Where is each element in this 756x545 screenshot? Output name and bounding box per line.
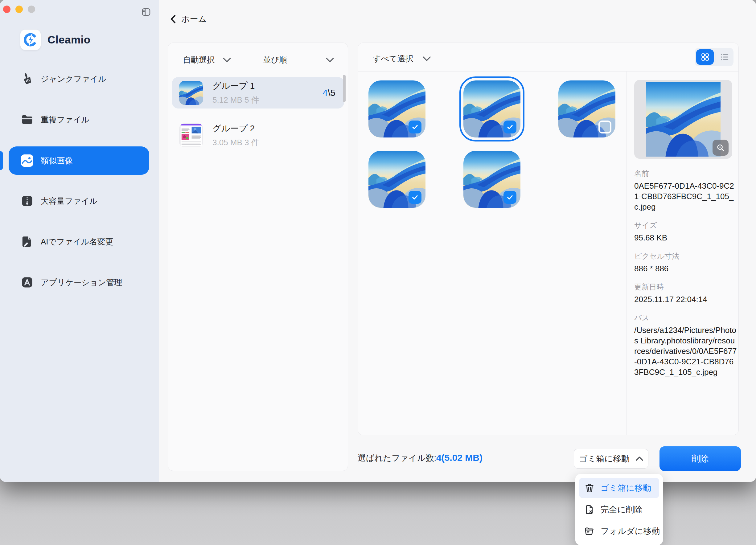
file-details: 名前 0AE5F677-0D1A-43C0-9C21-CB8D763FBC9C_…: [634, 169, 737, 386]
select-all-label: すべて選択: [373, 53, 413, 64]
auto-select-dropdown[interactable]: 自動選択: [183, 55, 231, 65]
image-thumbnail-5[interactable]: [463, 151, 520, 208]
detail-panel-divider: [626, 71, 627, 435]
delete-options-menu: ゴミ箱に移動 完全に削除 フォルダに移動: [575, 474, 663, 545]
checkbox-checked-icon[interactable]: [503, 121, 516, 133]
sidebar-item-large-files[interactable]: 大容量ファイル: [9, 187, 149, 215]
detail-field-name: 名前 0AE5F677-0D1A-43C0-9C21-CB8D763FBC9C_…: [634, 169, 737, 212]
sidebar-item-label: AIでファイル名変更: [41, 236, 113, 247]
active-item-accent-bar: [0, 151, 3, 170]
chevron-left-icon: [170, 15, 176, 23]
app-window: Cleamio ジャンクファイル 重複ファイル: [0, 0, 756, 482]
detail-field-path: パス /Users/a1234/Pictures/Photos Library.…: [634, 313, 737, 377]
app-logo: Cleamio: [20, 30, 91, 50]
zoom-window-icon[interactable]: [28, 6, 35, 13]
zoom-preview-button[interactable]: [713, 140, 729, 156]
image-thumbnail-4[interactable]: [368, 151, 425, 208]
detail-field-modified: 更新日時 2025.11.17 22:04:14: [634, 282, 737, 305]
group-name: グループ 2: [212, 123, 259, 134]
panel-header-divider: [358, 71, 738, 72]
chevron-down-icon: [223, 58, 231, 62]
sidebar-item-label: 大容量ファイル: [41, 196, 97, 207]
image-thumbnail-1[interactable]: [368, 80, 425, 137]
app-logo-icon: [20, 30, 41, 50]
sort-order-label: 並び順: [263, 55, 287, 65]
large-files-icon: [20, 194, 34, 208]
groups-panel: 自動選択 並び順 グループ 1 5.12 MB 5 件 4\5 グループ 2 3…: [168, 43, 348, 471]
close-window-icon[interactable]: [3, 6, 10, 13]
similar-images-icon: [20, 154, 34, 167]
window-controls: [3, 6, 35, 13]
list-view-icon: [719, 52, 730, 62]
delete-file-icon: [584, 504, 595, 515]
menu-item-label: 完全に削除: [601, 504, 643, 515]
broom-icon: [20, 72, 34, 86]
sidebar-item-label: 重複ファイル: [41, 114, 89, 125]
checkbox-checked-icon[interactable]: [503, 191, 516, 204]
move-to-trash-label: ゴミ箱に移動: [579, 453, 630, 464]
image-preview: [634, 80, 732, 159]
sidebar-item-label: ジャンクファイル: [41, 74, 106, 84]
delete-label: 削除: [692, 453, 709, 465]
sidebar-item-label: 類似画像: [41, 155, 73, 166]
selected-count-label: 選ばれたファイル数:: [358, 453, 436, 463]
menu-item-move-to-folder[interactable]: フォルダに移動: [579, 521, 659, 541]
group-name: グループ 1: [212, 80, 259, 92]
selected-files-summary: 選ばれたファイル数:4(5.02 MB): [358, 453, 483, 464]
sidebar-item-junk-files[interactable]: ジャンクファイル: [9, 65, 149, 93]
preview-image: [646, 82, 721, 157]
image-thumbnail-3[interactable]: [558, 80, 615, 137]
grid-view-icon: [700, 52, 710, 62]
app-management-icon: [20, 276, 34, 289]
sidebar-toggle-icon[interactable]: [141, 7, 151, 17]
grid-view-button[interactable]: [696, 49, 714, 65]
duplicate-folder-icon: [20, 113, 34, 126]
sidebar-item-app-management[interactable]: アプリケーション管理: [9, 268, 149, 297]
move-to-trash-dropdown-button[interactable]: ゴミ箱に移動: [574, 449, 648, 469]
magnifier-icon: [716, 143, 725, 152]
chevron-down-icon: [326, 58, 334, 62]
image-thumbnail-2[interactable]: [463, 80, 520, 137]
menu-item-move-to-trash[interactable]: ゴミ箱に移動: [579, 478, 659, 498]
group-thumbnail: [179, 123, 203, 147]
group-meta: 3.05 MB 3 件: [212, 137, 259, 148]
group-selection-badge: 4\5: [323, 88, 335, 98]
group-row-1[interactable]: グループ 1 5.12 MB 5 件 4\5: [172, 77, 344, 109]
auto-select-label: 自動選択: [183, 55, 215, 65]
detail-field-size: サイズ 95.68 KB: [634, 220, 737, 243]
detail-field-dimensions: ピクセル寸法 886 * 886: [634, 251, 737, 274]
group-row-2[interactable]: グループ 2 3.05 MB 3 件: [172, 120, 344, 151]
sidebar: Cleamio ジャンクファイル 重複ファイル: [0, 0, 159, 482]
back-to-home-button[interactable]: ホーム: [170, 14, 207, 25]
checkbox-checked-icon[interactable]: [409, 191, 421, 204]
selected-count-value: 4(5.02 MB): [436, 453, 483, 463]
group-meta: 5.12 MB 5 件: [212, 95, 259, 105]
menu-item-delete-permanently[interactable]: 完全に削除: [579, 499, 659, 520]
ai-rename-icon: [20, 235, 34, 248]
select-all-dropdown[interactable]: すべて選択: [373, 53, 431, 64]
chevron-down-icon: [423, 56, 431, 61]
sidebar-item-ai-rename[interactable]: AIでファイル名変更: [9, 227, 149, 256]
menu-item-label: フォルダに移動: [601, 526, 660, 537]
checkbox-checked-icon[interactable]: [409, 121, 421, 133]
sidebar-item-duplicate-files[interactable]: 重複ファイル: [9, 105, 149, 134]
menu-item-label: ゴミ箱に移動: [601, 482, 651, 494]
move-to-folder-icon: [584, 526, 595, 537]
checkbox-unchecked-icon[interactable]: [598, 121, 611, 133]
minimize-window-icon[interactable]: [15, 6, 23, 13]
groups-scrollbar[interactable]: [343, 75, 346, 102]
delete-button[interactable]: 削除: [659, 446, 741, 471]
back-label: ホーム: [181, 14, 207, 25]
chevron-up-icon: [636, 457, 643, 461]
app-name: Cleamio: [47, 34, 91, 46]
sidebar-item-similar-images[interactable]: 類似画像: [9, 146, 149, 175]
group-thumbnail: [179, 81, 203, 105]
sort-order-dropdown[interactable]: 並び順: [263, 55, 334, 65]
images-panel: すべて選択: [358, 43, 739, 435]
trash-icon: [584, 482, 595, 494]
sidebar-item-label: アプリケーション管理: [41, 277, 122, 288]
view-mode-toggle: [695, 48, 733, 66]
list-view-button[interactable]: [716, 52, 733, 62]
